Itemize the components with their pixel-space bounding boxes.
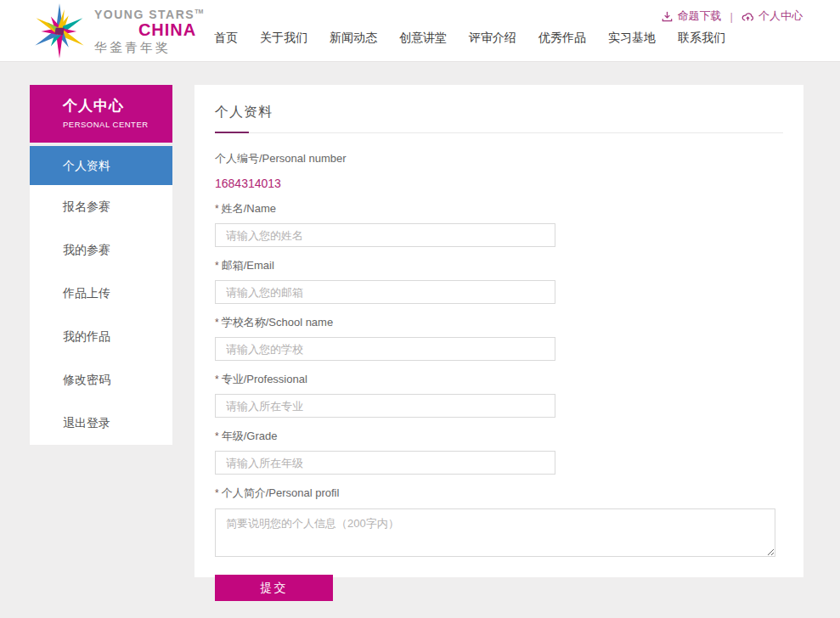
sidebar: 个人中心 PERSONAL CENTER 个人资料 报名参赛 我的参赛 作品上传…	[30, 85, 172, 445]
email-label: *邮箱/Email	[215, 258, 783, 273]
required-asterisk: *	[215, 374, 219, 385]
required-asterisk: *	[215, 487, 219, 499]
name-label: *姓名/Name	[215, 201, 783, 216]
logo-tm: TM	[194, 9, 203, 15]
nav-item-lecture[interactable]: 创意讲堂	[399, 31, 447, 46]
download-link-label: 命题下载	[678, 8, 722, 24]
logo-line2: CHINA	[94, 21, 203, 39]
school-field-group: *学校名称/School name	[215, 315, 783, 361]
nav-item-judges[interactable]: 评审介绍	[469, 31, 516, 46]
sidebar-item-my-works[interactable]: 我的作品	[30, 315, 172, 358]
download-icon	[661, 10, 674, 23]
grade-input[interactable]	[215, 451, 555, 475]
required-asterisk: *	[215, 203, 219, 215]
sidebar-header: 个人中心 PERSONAL CENTER	[30, 85, 172, 143]
grade-label: *年级/Grade	[215, 429, 783, 444]
sidebar-subtitle: PERSONAL CENTER	[63, 120, 172, 129]
nav-item-home[interactable]: 首页	[214, 31, 238, 46]
major-input[interactable]	[215, 394, 555, 418]
required-asterisk: *	[215, 260, 219, 272]
email-input[interactable]	[215, 280, 555, 304]
profile-panel: 个人资料 个人编号/Personal number 1684314013 *姓名…	[194, 85, 803, 577]
sidebar-item-my-entries[interactable]: 我的参赛	[30, 228, 172, 272]
title-divider	[215, 132, 783, 133]
nav-item-internship[interactable]: 实习基地	[608, 31, 656, 46]
sidebar-menu: 报名参赛 我的参赛 作品上传 我的作品 修改密码 退出登录	[30, 185, 172, 445]
utility-links: 命题下载 | 个人中心	[661, 8, 803, 24]
major-field-group: *专业/Professional	[215, 372, 783, 418]
name-field-group: *姓名/Name	[215, 201, 783, 247]
sidebar-item-logout[interactable]: 退出登录	[30, 402, 172, 445]
sidebar-item-change-password[interactable]: 修改密码	[30, 358, 172, 402]
young-stars-star-icon	[28, 1, 91, 62]
logo-line1: YOUNG STARSTM	[94, 8, 203, 21]
name-input[interactable]	[215, 223, 555, 247]
personal-center-link-label: 个人中心	[758, 8, 803, 24]
personal-number-label: 个人编号/Personal number	[215, 151, 783, 166]
school-label: *学校名称/School name	[215, 315, 783, 330]
school-input[interactable]	[215, 337, 555, 361]
download-brief-link[interactable]: 命题下载	[661, 8, 722, 24]
nav-item-about[interactable]: 关于我们	[260, 31, 307, 46]
nav-item-works[interactable]: 优秀作品	[538, 31, 586, 46]
email-field-group: *邮箱/Email	[215, 258, 783, 304]
nav-item-contact[interactable]: 联系我们	[678, 31, 725, 46]
nav-item-news[interactable]: 新闻动态	[330, 31, 377, 46]
sidebar-item-register[interactable]: 报名参赛	[30, 185, 172, 228]
utility-divider: |	[729, 10, 735, 23]
required-asterisk: *	[215, 317, 219, 329]
major-label: *专业/Professional	[215, 372, 783, 387]
logo-text: YOUNG STARSTM CHINA 华釜青年奖	[94, 8, 203, 53]
grade-field-group: *年级/Grade	[215, 429, 783, 475]
page-header: YOUNG STARSTM CHINA 华釜青年奖 首页 关于我们 新闻动态 创…	[0, 0, 840, 62]
sidebar-item-profile-active[interactable]: 个人资料	[30, 146, 172, 185]
profile-field-group: *个人简介/Personal profil	[215, 486, 783, 557]
profile-textarea[interactable]	[215, 508, 775, 557]
panel-title: 个人资料	[215, 104, 783, 121]
main-nav: 首页 关于我们 新闻动态 创意讲堂 评审介绍 优秀作品 实习基地 联系我们	[214, 31, 725, 46]
sidebar-item-upload-work[interactable]: 作品上传	[30, 272, 172, 315]
site-logo[interactable]: YOUNG STARSTM CHINA 华釜青年奖	[28, 1, 203, 62]
sidebar-title: 个人中心	[63, 96, 172, 115]
cloud-upload-icon	[741, 10, 754, 23]
profile-label: *个人简介/Personal profil	[215, 486, 783, 501]
title-accent-bar	[215, 132, 249, 133]
logo-line3: 华釜青年奖	[94, 41, 203, 54]
required-asterisk: *	[215, 430, 219, 442]
personal-number-value: 1684314013	[215, 177, 783, 190]
personal-center-link[interactable]: 个人中心	[741, 8, 803, 24]
submit-button[interactable]: 提交	[215, 575, 333, 601]
